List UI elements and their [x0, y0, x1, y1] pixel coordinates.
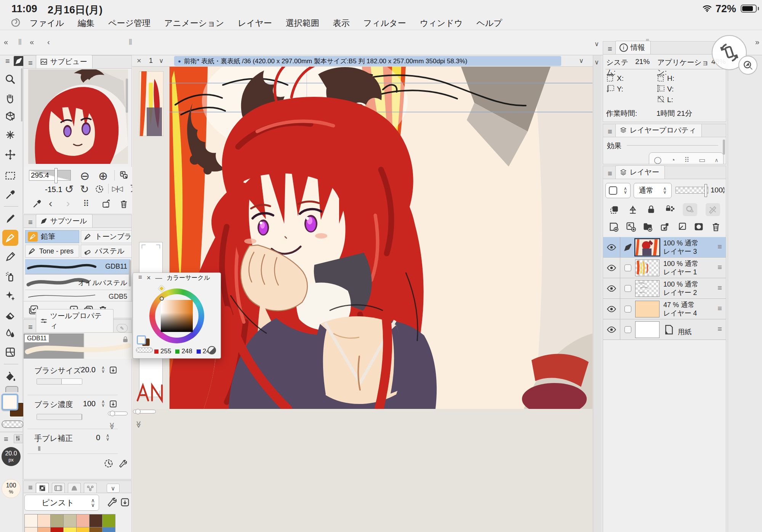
bottom-panel-menu-icon[interactable]: ≡: [4, 435, 8, 444]
layer-thumbnail[interactable]: [635, 321, 660, 338]
color-set-menu-icon[interactable]: ≡: [28, 483, 33, 493]
brush-opacity-row[interactable]: ブラシ濃度 100 ∧∨: [27, 396, 118, 429]
color-swatch[interactable]: [63, 527, 77, 532]
layer-visibility-icon[interactable]: [603, 263, 620, 273]
lock-layer-button[interactable]: [646, 205, 656, 215]
tool-property-tab[interactable]: ツールプロパティ: [36, 309, 114, 332]
subview-tab[interactable]: サブビュー: [36, 55, 93, 68]
layer-row-2[interactable]: 100 % 通常レイヤー 2 ≡: [603, 278, 726, 299]
color-set-wrench-button[interactable]: [106, 497, 117, 508]
layer-checkbox[interactable]: [620, 258, 635, 278]
layer-handle-icon[interactable]: ≡: [717, 325, 722, 334]
collapse-panel-icon[interactable]: «: [30, 38, 34, 46]
layer-thumbnail[interactable]: [635, 301, 660, 317]
layer-row-paper[interactable]: 用紙 ≡: [603, 319, 726, 340]
color-swatch[interactable]: [89, 527, 102, 532]
intermediate-color-tab[interactable]: [52, 483, 65, 493]
merge-down-button[interactable]: [677, 221, 687, 232]
info-menu-icon[interactable]: ≡: [608, 45, 612, 54]
color-mode-toggle-icon[interactable]: [208, 346, 216, 354]
brush-opacity-dynamics-icon[interactable]: [109, 399, 118, 409]
clip-studio-logo-icon[interactable]: [10, 17, 21, 28]
opacity-badge[interactable]: 100%: [2, 479, 21, 498]
collapse-left-icon[interactable]: «: [4, 38, 8, 46]
layer-visibility-icon[interactable]: [603, 284, 620, 293]
canvas-h-slider[interactable]: [133, 410, 156, 413]
transparent-color-swatch[interactable]: [2, 420, 24, 428]
tool-strip-menu-icon[interactable]: ≡: [5, 57, 10, 66]
layer-visibility-icon[interactable]: [603, 325, 620, 335]
color-set-tab[interactable]: [36, 483, 49, 493]
hue-marker[interactable]: [158, 285, 165, 292]
tool-property-clock-button[interactable]: [103, 458, 114, 468]
menu-layer[interactable]: レイヤー: [238, 18, 272, 29]
rotate-ccw-button[interactable]: ↺: [65, 183, 74, 195]
subtool-group-pencil[interactable]: 鉛筆: [25, 230, 79, 243]
new-folder-button[interactable]: [642, 221, 653, 232]
color-set-import-button[interactable]: [120, 497, 130, 508]
subview-scrollbar[interactable]: [126, 79, 128, 113]
reset-rotation-button[interactable]: [94, 184, 104, 194]
dialog-opacity-slider[interactable]: [136, 348, 153, 353]
figure-tool[interactable]: [2, 344, 18, 360]
layer-row-3[interactable]: 100 % 通常レイヤー 3 ≡: [603, 237, 726, 258]
fill-tool[interactable]: [2, 369, 18, 385]
decoration-tool[interactable]: [2, 288, 18, 304]
brush-list-scrollbar[interactable]: [129, 260, 131, 287]
zoom-in-button[interactable]: ⊕: [98, 169, 108, 183]
layer-visibility-icon[interactable]: [603, 242, 620, 252]
page-thumbnail-current[interactable]: [139, 71, 163, 136]
divider-chevron2-icon[interactable]: ∨: [594, 58, 599, 66]
subtool-group-pastel[interactable]: パステル: [81, 245, 132, 258]
layer-checkbox[interactable]: [620, 299, 635, 319]
subview-eyedropper-button[interactable]: [32, 199, 42, 209]
tool-property-lock-toggle[interactable]: ✎: [117, 324, 128, 332]
layer-row-1[interactable]: 100 % 通常レイヤー 1 ≡: [603, 258, 726, 278]
layer-checkbox[interactable]: [620, 319, 635, 340]
move-layer-tool[interactable]: [2, 147, 18, 163]
blend-mode-dropdown[interactable]: 通常 ∧∨: [634, 183, 672, 198]
subview-menu-icon[interactable]: ≡: [28, 59, 33, 68]
layer-handle-icon[interactable]: ≡: [717, 242, 722, 252]
menu-help[interactable]: ヘルプ: [476, 18, 502, 29]
subtool-tab[interactable]: サブツール: [36, 214, 93, 228]
eyedropper-tool[interactable]: [2, 187, 18, 203]
operation-tool[interactable]: [2, 109, 18, 125]
menu-edit[interactable]: 編集: [78, 18, 94, 29]
tool-property-wrench-button[interactable]: [118, 459, 127, 468]
brush-size-row[interactable]: ブラシサイズ 20.0 ∧∨: [27, 362, 118, 395]
fit-screen-button[interactable]: [119, 170, 129, 180]
page-list-chevron-icon[interactable]: ∨: [159, 57, 163, 65]
stabilization-row[interactable]: 手ブレ補正 0 ∧∨: [27, 429, 118, 454]
menu-file[interactable]: ファイル: [30, 18, 64, 29]
color-swatch[interactable]: [102, 527, 115, 532]
menu-page[interactable]: ページ管理: [108, 18, 150, 29]
color-swatch[interactable]: [37, 514, 51, 527]
document-title-bar[interactable]: ● 前衛* 表紙・裏表紙 /36 (420.00 x 297.00mm 製本サイ…: [174, 56, 561, 66]
drag-handle-icon[interactable]: ⦀: [18, 38, 22, 46]
brush-size-badge[interactable]: 20.0px: [2, 447, 21, 466]
subtool-group-tonebrush[interactable]: トーンブラ: [81, 230, 132, 243]
pen-tool[interactable]: [2, 249, 18, 265]
tool-strip-scrollbar[interactable]: [21, 68, 22, 122]
layer-property-scrollbar[interactable]: [723, 139, 725, 155]
layer-handle-icon[interactable]: ≡: [717, 284, 722, 293]
layer-menu-icon[interactable]: ≡: [608, 169, 612, 179]
layer-thumbnail[interactable]: [635, 280, 660, 297]
effect-buttons-row[interactable]: ◯◔⠿▭∧: [649, 152, 724, 164]
menu-selection[interactable]: 選択範囲: [286, 18, 319, 29]
color-wheel-minimize-icon[interactable]: —: [155, 274, 162, 282]
canvas-scroll-chevrons-icon[interactable]: ≫: [134, 421, 143, 428]
canvas-artwork[interactable]: [170, 67, 592, 409]
sv-square[interactable]: [161, 300, 193, 332]
disable-draft-button[interactable]: [706, 203, 720, 216]
new-vector-layer-button[interactable]: [626, 221, 636, 232]
color-swatch[interactable]: [24, 527, 38, 532]
color-swatch[interactable]: [89, 514, 102, 527]
blend-tool[interactable]: [2, 326, 18, 342]
color-swatch[interactable]: [102, 514, 115, 527]
lock-transparent-button[interactable]: [664, 205, 674, 215]
sv-marker[interactable]: [160, 296, 164, 301]
snap-to-ruler-button[interactable]: [628, 205, 638, 215]
selection-tool[interactable]: [2, 168, 18, 184]
